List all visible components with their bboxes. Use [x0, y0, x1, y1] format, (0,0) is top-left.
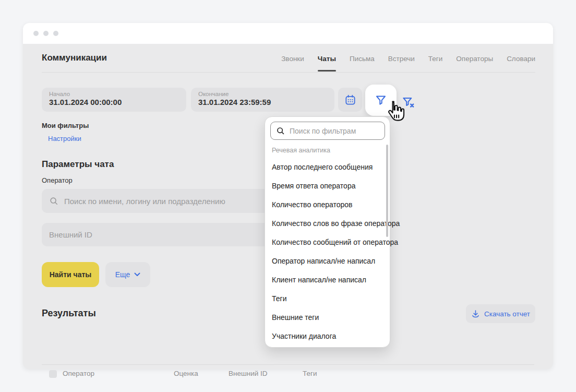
- select-all-checkbox[interactable]: [49, 370, 57, 378]
- dropdown-scrollbar[interactable]: [386, 145, 388, 237]
- window-titlebar: [23, 23, 553, 44]
- column-header-tags: Теги: [303, 370, 317, 377]
- table-header-divider: [42, 364, 534, 365]
- filter-item-tags[interactable]: Теги: [272, 289, 382, 308]
- tab-dictionaries[interactable]: Словари: [507, 55, 535, 63]
- section-tabs: Звонки Чаты Письма Встречи Теги Оператор…: [281, 55, 535, 63]
- filter-category-label: Речевая аналитика: [272, 147, 330, 154]
- chevron-down-icon: [134, 272, 140, 277]
- filter-item-dialog-participants[interactable]: Участники диалога: [272, 327, 382, 346]
- filter-dropdown-panel: Поиск по фильтрам Речевая аналитика Авто…: [265, 116, 390, 348]
- date-start-value: 31.01.2024 00:00:00: [49, 98, 179, 106]
- filter-item-operator-response-time[interactable]: Время ответа оператора: [272, 176, 382, 195]
- more-button-label: Еще: [115, 270, 130, 279]
- page-title: Коммуникации: [42, 53, 107, 63]
- filter-remove-icon: [401, 95, 416, 111]
- window-dot-icon: [53, 31, 58, 36]
- date-start-label: Начало: [49, 91, 179, 97]
- calendar-icon: [344, 94, 356, 106]
- filter-button[interactable]: [365, 85, 397, 116]
- filter-item-operator-wrote[interactable]: Оператор написал/не написал: [272, 252, 382, 270]
- tab-chats[interactable]: Чаты: [318, 55, 336, 63]
- tab-letters[interactable]: Письма: [350, 55, 375, 63]
- calendar-button[interactable]: [338, 88, 362, 112]
- my-filters-label: Мои фильтры: [42, 122, 89, 129]
- external-id-placeholder: Внешний ID: [49, 230, 92, 239]
- filter-item-client-wrote[interactable]: Клиент написал/не написал: [272, 270, 382, 289]
- filter-item-operators-count[interactable]: Количество операторов: [272, 195, 382, 214]
- operator-search-placeholder: Поиск по имени, логину или подразделению: [64, 197, 225, 206]
- tab-calls[interactable]: Звонки: [281, 55, 304, 63]
- filter-item-external-tags[interactable]: Внешние теги: [272, 308, 382, 327]
- filter-reset-button[interactable]: [400, 94, 417, 112]
- filter-funnel-icon: [375, 94, 387, 106]
- date-start-field[interactable]: Начало 31.01.2024 00:00:00: [42, 88, 186, 112]
- column-header-score: Оценка: [174, 370, 198, 377]
- window-dot-icon: [43, 31, 49, 36]
- window-control-dots: [33, 31, 58, 36]
- date-end-value: 31.01.2024 23:59:59: [198, 98, 327, 106]
- results-table-header: Оператор Оценка Внешний ID Теги: [23, 370, 553, 379]
- find-chats-button[interactable]: Найти чаты: [42, 262, 99, 287]
- tab-tags[interactable]: Теги: [428, 55, 442, 63]
- window-dot-icon: [33, 31, 39, 36]
- download-report-button[interactable]: Скачать отчет: [466, 304, 535, 323]
- download-icon: [471, 310, 480, 318]
- filter-item-last-message-author[interactable]: Автор последнего сообщения: [272, 158, 382, 176]
- tab-meetings[interactable]: Встречи: [388, 55, 415, 63]
- results-title: Результаты: [42, 308, 96, 319]
- chat-params-title: Параметры чата: [42, 159, 114, 170]
- date-end-label: Окончание: [198, 91, 327, 97]
- header-divider: [42, 72, 535, 73]
- search-icon: [49, 196, 58, 206]
- column-header-operator: Оператор: [63, 370, 94, 377]
- download-report-label: Скачать отчет: [484, 310, 530, 318]
- settings-link[interactable]: Настройки: [48, 135, 81, 142]
- filter-item-words-per-operator-phrase[interactable]: Количество слов во фразе оператора: [272, 214, 382, 233]
- operator-label: Оператор: [42, 176, 73, 184]
- filter-items-list: Автор последнего сообщения Время ответа …: [272, 158, 382, 346]
- filter-search-placeholder: Поиск по фильтрам: [290, 127, 356, 135]
- filter-item-messages-from-operator[interactable]: Количество сообщений от оператора: [272, 233, 382, 252]
- search-icon: [276, 126, 285, 135]
- more-button[interactable]: Еще: [105, 262, 150, 287]
- column-header-external-id: Внешний ID: [229, 370, 268, 377]
- filter-search-input[interactable]: Поиск по фильтрам: [270, 122, 385, 140]
- tab-operators[interactable]: Операторы: [456, 55, 493, 63]
- date-end-field[interactable]: Окончание 31.01.2024 23:59:59: [191, 88, 334, 112]
